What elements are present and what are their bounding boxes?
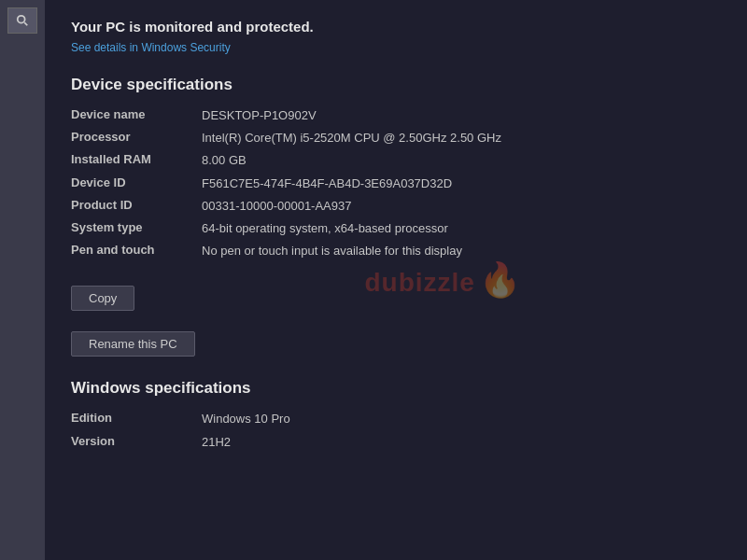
spec-label: Device ID bbox=[71, 175, 202, 189]
spec-value: DESKTOP-P1O902V bbox=[202, 107, 721, 124]
spec-value: F561C7E5-474F-4B4F-AB4D-3E69A037D32D bbox=[202, 175, 721, 192]
protected-title: Your PC is monitored and protected. bbox=[71, 19, 721, 35]
search-button[interactable] bbox=[7, 7, 37, 34]
spec-row: System type64-bit operating system, x64-… bbox=[71, 220, 721, 237]
copy-button[interactable]: Copy bbox=[71, 286, 134, 311]
spec-label: System type bbox=[71, 220, 202, 234]
spec-value: 8.00 GB bbox=[202, 152, 721, 169]
device-specs-title: Device specifications bbox=[71, 76, 721, 94]
windows-spec-value: Windows 10 Pro bbox=[202, 411, 721, 427]
rename-pc-button[interactable]: Rename this PC bbox=[71, 331, 195, 357]
windows-spec-value: 21H2 bbox=[202, 434, 721, 451]
windows-specs-table: EditionWindows 10 ProVersion21H2 bbox=[71, 411, 721, 450]
protected-banner: Your PC is monitored and protected. See … bbox=[71, 19, 721, 55]
spec-row: ProcessorIntel(R) Core(TM) i5-2520M CPU … bbox=[71, 130, 721, 147]
spec-label: Product ID bbox=[71, 198, 202, 212]
main-content: dubizzle 🔥 Your PC is monitored and prot… bbox=[45, 0, 747, 560]
svg-point-0 bbox=[18, 16, 25, 23]
search-icon bbox=[16, 14, 29, 27]
windows-spec-label: Version bbox=[71, 434, 202, 448]
spec-value: No pen or touch input is available for t… bbox=[202, 243, 721, 259]
action-buttons: Copy Rename this PC bbox=[71, 273, 721, 357]
sidebar bbox=[0, 0, 45, 560]
windows-specs-section: Windows specifications EditionWindows 10… bbox=[71, 379, 721, 450]
spec-label: Processor bbox=[71, 130, 202, 144]
device-specs-table: Device nameDESKTOP-P1O902VProcessorIntel… bbox=[71, 107, 721, 259]
spec-row: Pen and touchNo pen or touch input is av… bbox=[71, 243, 721, 259]
spec-label: Pen and touch bbox=[71, 243, 202, 257]
spec-value: 64-bit operating system, x64-based proce… bbox=[202, 220, 721, 237]
spec-row: Device IDF561C7E5-474F-4B4F-AB4D-3E69A03… bbox=[71, 175, 721, 192]
spec-value: 00331-10000-00001-AA937 bbox=[202, 198, 721, 215]
spec-row: Product ID00331-10000-00001-AA937 bbox=[71, 198, 721, 215]
svg-line-1 bbox=[24, 22, 27, 25]
spec-label: Installed RAM bbox=[71, 152, 202, 166]
spec-row: Installed RAM8.00 GB bbox=[71, 152, 721, 169]
windows-security-link[interactable]: See details in Windows Security bbox=[71, 41, 231, 54]
windows-spec-label: Edition bbox=[71, 411, 202, 425]
windows-spec-row: EditionWindows 10 Pro bbox=[71, 411, 721, 427]
spec-value: Intel(R) Core(TM) i5-2520M CPU @ 2.50GHz… bbox=[202, 130, 721, 147]
spec-label: Device name bbox=[71, 107, 202, 121]
spec-row: Device nameDESKTOP-P1O902V bbox=[71, 107, 721, 124]
windows-specs-title: Windows specifications bbox=[71, 379, 721, 398]
windows-spec-row: Version21H2 bbox=[71, 434, 721, 451]
